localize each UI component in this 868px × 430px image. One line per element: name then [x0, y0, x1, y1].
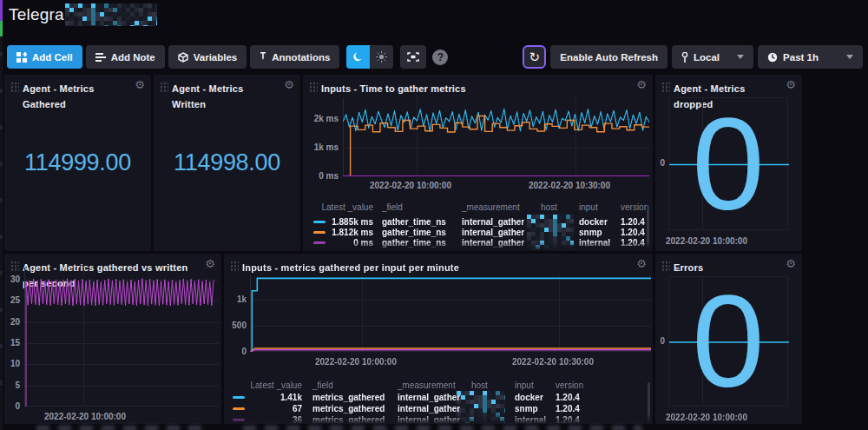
line-chart-canvas	[250, 275, 651, 352]
cell-metrics-written: ⚙ Agent - Metrics Written 114998.00	[154, 75, 300, 251]
y-tick: 2k ms	[303, 114, 339, 123]
legend-input: docker	[515, 393, 543, 402]
legend-latest: 1.885k ms	[313, 217, 373, 227]
legend-field: metrics_gathered	[312, 393, 385, 402]
light-mode-toggle[interactable]	[370, 45, 393, 69]
drag-handle-icon[interactable]	[661, 82, 670, 93]
legend-col-host: host	[541, 202, 557, 212]
help-label: ?	[437, 51, 444, 63]
legend-version: 1.20.4	[556, 404, 580, 413]
refresh-icon: ↻	[529, 50, 541, 65]
time-range-value: Past 1h	[783, 52, 819, 63]
y-tick: 25	[4, 295, 20, 305]
legend-col-latest: Latest _value	[313, 202, 373, 212]
page-header: Telegra	[9, 3, 157, 26]
chevron-down-icon	[737, 55, 744, 59]
moon-icon	[353, 52, 364, 63]
legend-latest: 1.41k	[241, 393, 302, 402]
redacted-dashboard-name	[65, 3, 157, 26]
legend-col-input: input	[579, 202, 598, 212]
drag-handle-icon[interactable]	[661, 261, 670, 272]
add-cell-icon	[16, 52, 27, 63]
enable-auto-refresh-button[interactable]: Enable Auto Refresh	[550, 45, 667, 69]
legend-fade	[224, 413, 653, 424]
legend-row: 1.885k ms gather_time_ns internal_gather…	[303, 217, 653, 228]
metrics-per-input-chart[interactable]	[250, 275, 651, 352]
drag-handle-icon[interactable]	[309, 82, 318, 93]
cutoff-content-blur	[36, 426, 210, 430]
metrics-dropped-chart[interactable]: 0	[668, 97, 788, 230]
y-tick: 30	[4, 275, 20, 284]
pin-icon	[260, 52, 266, 63]
cell-metrics-gathered: ⚙ Agent - Metrics Gathered 114999.00	[4, 75, 151, 251]
y-tick: 500	[224, 321, 247, 330]
y-tick: 0	[655, 336, 665, 346]
x-tick: 2022-02-20 10:00:00	[666, 413, 747, 422]
add-note-button[interactable]: Add Note	[86, 45, 165, 69]
legend-measurement: internal_gather	[398, 393, 460, 402]
add-cell-label: Add Cell	[32, 52, 73, 63]
gather-time-chart[interactable]	[343, 97, 649, 176]
theme-toggle	[346, 45, 393, 69]
cell-gathered-vs-written: ⚙ Agent - Metrics gathered vs written pe…	[4, 254, 221, 424]
y-tick: 15	[4, 338, 20, 347]
annotations-label: Annotations	[272, 52, 330, 63]
y-tick: 1k	[224, 294, 247, 304]
annotations-button[interactable]: Annotations	[250, 45, 339, 69]
x-tick: 2022-02-20 10:00:00	[370, 181, 451, 190]
cell-settings-gear-icon[interactable]: ⚙	[786, 78, 796, 91]
cell-settings-gear-icon[interactable]: ⚙	[636, 78, 647, 91]
single-stat-value: 114998.00	[154, 75, 300, 251]
cell-settings-gear-icon[interactable]: ⚙	[786, 257, 796, 270]
legend-row: 1.812k ms gather_time_ns internal_gather…	[303, 228, 653, 238]
nav-sidebar-sliver[interactable]	[0, 0, 3, 430]
presentation-icon	[407, 52, 419, 62]
legend-latest: 1.812k ms	[313, 228, 373, 237]
time-range-dropdown[interactable]: Past 1h	[758, 45, 863, 69]
dark-mode-toggle[interactable]	[346, 45, 370, 69]
errors-chart[interactable]: 0	[668, 276, 788, 407]
cell-title: Inputs - Time to gather metrics	[321, 83, 466, 94]
enable-auto-refresh-label: Enable Auto Refresh	[560, 52, 658, 63]
line-chart-canvas	[343, 97, 649, 176]
timezone-dropdown[interactable]: Local	[672, 45, 753, 69]
note-icon	[95, 53, 106, 62]
legend-input: docker	[579, 217, 608, 227]
toolbar-left: Add Cell Add Note Variables Annotations …	[7, 45, 448, 69]
location-pin-icon	[681, 52, 688, 63]
cell-settings-gear-icon[interactable]: ⚙	[636, 257, 647, 270]
legend-col-host: host	[471, 380, 488, 390]
legend-row: 1.41k metrics_gathered internal_gather d…	[224, 393, 653, 403]
refresh-button[interactable]: ↻	[523, 45, 546, 69]
variables-button[interactable]: Variables	[168, 45, 247, 69]
legend-fade	[303, 241, 653, 251]
x-tick: 2022-02-20 10:00:00	[44, 412, 126, 421]
legend-input: snmp	[515, 404, 538, 413]
cube-icon	[178, 52, 188, 63]
x-tick: 2022-02-20 10:30:00	[529, 181, 610, 190]
gathered-vs-written-chart[interactable]	[24, 268, 219, 407]
y-tick: 20	[4, 317, 20, 327]
dashboard-title: Telegra	[9, 5, 64, 24]
help-button[interactable]: ?	[432, 50, 448, 65]
x-tick: 2022-02-20 10:30:00	[512, 357, 594, 367]
legend-col-measurement: _measurement	[398, 380, 456, 390]
cell-gather-time: ⚙ Inputs - Time to gather metrics 2k ms …	[303, 75, 653, 251]
drag-handle-icon[interactable]	[10, 261, 19, 272]
legend-version: 1.20.4	[621, 228, 645, 237]
single-stat-value: 0	[669, 277, 787, 406]
legend-field: metrics_gathered	[312, 404, 385, 413]
presentation-mode-button[interactable]	[400, 45, 426, 69]
single-stat-value: 0	[669, 98, 787, 229]
add-cell-button[interactable]: Add Cell	[7, 45, 82, 69]
sun-icon	[376, 51, 387, 63]
legend-col-field: _field	[382, 202, 403, 212]
cell-metrics-per-input: ⚙ Inputs - metrics gathered per input pe…	[224, 254, 653, 424]
drag-handle-icon[interactable]	[230, 261, 239, 272]
legend-col-version: version	[556, 380, 583, 390]
chevron-down-icon	[846, 55, 853, 59]
nav-icon-marks	[0, 52, 3, 417]
nav-accent-purple	[0, 0, 3, 21]
y-tick: 1k ms	[303, 142, 339, 152]
y-tick: 0 ms	[303, 171, 339, 181]
